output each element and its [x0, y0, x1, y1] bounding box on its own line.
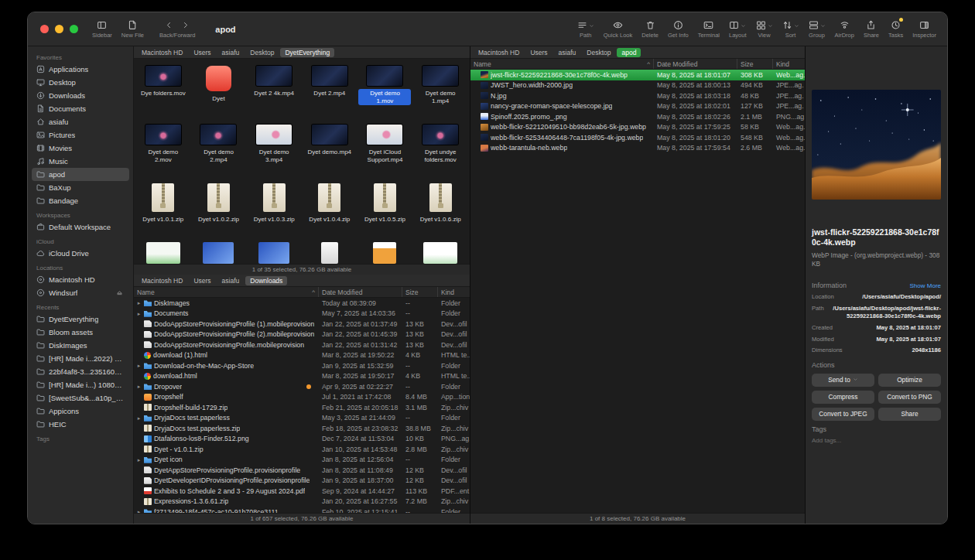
sidebar-item-appicons[interactable]: Appicons — [32, 405, 129, 418]
sidebar-item-bandage[interactable]: Bandage — [32, 194, 129, 207]
grid-item-dyet-2-4k-mp4[interactable]: Dyet 2 4k.mp4 — [246, 63, 302, 122]
sidebar-item-macintosh-hd[interactable]: Macintosh HD — [32, 273, 129, 286]
grid-item-item[interactable] — [302, 240, 358, 264]
grid-item-dyet-demo-1-mov[interactable]: Dyet demo 1.mov — [358, 63, 413, 122]
disclosure-triangle-icon[interactable]: ▸ — [136, 363, 142, 368]
group-button[interactable]: Group — [804, 18, 830, 40]
zoom-button[interactable] — [70, 25, 78, 33]
breadcrumb-downloads[interactable]: Downloads — [245, 276, 287, 285]
quick-look-button[interactable]: Quick Look — [599, 18, 638, 40]
grid-item-dyet-undye-folders-mov[interactable]: Dyet undye folders.mov — [412, 122, 468, 181]
grid-item-item[interactable] — [191, 240, 247, 264]
file-row-diskimages[interactable]: ▸DiskImagesToday at 08:39:09--Folder — [134, 298, 470, 309]
sidebar-item-sweetsub-a10p-1080p[interactable]: [SweetSub&...a10p_1080p] — [32, 391, 129, 405]
file-row-jwst-flickr-52259221868-30e1c78f0c-4k-webp[interactable]: jwst-flickr-52259221868-30e1c78f0c-4k.we… — [470, 70, 805, 80]
new-file-button[interactable]: New File — [117, 18, 149, 40]
breadcrumb-users[interactable]: Users — [525, 48, 552, 57]
file-row-download-1-html[interactable]: download (1).htmlMar 8, 2025 at 19:50:22… — [134, 350, 470, 361]
breadcrumb-desktop[interactable]: Desktop — [582, 48, 615, 57]
file-row-dyetappstoreprovisioningprofile-provisionprofile[interactable]: DyetAppStoreProvisioningProfile.provisio… — [134, 465, 470, 476]
breadcrumb-apod[interactable]: apod — [617, 48, 641, 57]
action-button-optimize[interactable]: Optimize — [878, 374, 941, 387]
file-row-exhibits-to-schedule-2-and-3-29-august-2024-pdf[interactable]: Exhibits to Schedule 2 and 3 - 29 August… — [134, 486, 470, 497]
breadcrumb-macintosh-hd[interactable]: Macintosh HD — [137, 276, 187, 285]
layout-button[interactable]: Layout — [724, 18, 751, 40]
column-header-kind[interactable]: Kind — [438, 287, 470, 297]
sidebar-item-default-workspace[interactable]: Default Workspace — [32, 220, 129, 234]
sidebar-item-asiafu[interactable]: asiafu — [32, 115, 129, 128]
column-header-name[interactable]: Name^ — [470, 59, 654, 69]
grid-item-dyet-v1-0-5-zip[interactable]: Dyet v1.0.5.zip — [358, 181, 413, 240]
grid-item-dyet[interactable]: Dyet — [191, 63, 247, 122]
sidebar-item-icloud-drive[interactable]: iCloud Drive — [32, 247, 129, 260]
sidebar-item-downloads[interactable]: Downloads — [32, 89, 129, 102]
file-row-dryjadocs-test-paperless-zip[interactable]: DryjaDocs test.paperless.zipFeb 18, 2025… — [134, 423, 470, 434]
sidebar-button[interactable]: Sidebar — [87, 18, 117, 40]
grid-item-dyet-demo-2-mp4[interactable]: Dyet demo 2.mp4 — [191, 122, 247, 181]
sidebar-item-movies[interactable]: Movies — [32, 142, 129, 155]
terminal-button[interactable]: Terminal — [693, 18, 724, 40]
file-row-dyetdeveloperidprovisioningprofile-provisionprofile[interactable]: DyetDeveloperIDProvisioningProfile.provi… — [134, 476, 470, 487]
column-header-name[interactable]: Name^ — [134, 287, 319, 297]
delete-button[interactable]: Delete — [637, 18, 663, 40]
grid-item-dyet-v1-0-3-zip[interactable]: Dyet v1.0.3.zip — [246, 181, 302, 240]
action-button-compress[interactable]: Compress — [812, 391, 874, 404]
disclosure-triangle-icon[interactable]: ▸ — [136, 457, 142, 463]
sidebar-item-apod[interactable]: apod — [32, 168, 129, 181]
file-row-dtafalonso-los8-finder-512-png[interactable]: Dtafalonso-los8-Finder.512.pngDec 7, 202… — [134, 434, 470, 445]
sidebar-item-22bf4af8-3-235160b233[interactable]: 22bf4af8-3...235160b233 — [32, 365, 129, 378]
file-row-dryjadocs-test-paperless[interactable]: ▸DryjaDocs test.paperlessMay 3, 2025 at … — [134, 413, 470, 424]
action-button-convert-to-png[interactable]: Convert to PNG — [878, 391, 941, 404]
action-button-convert-to-jpeg[interactable]: Convert to JPEG — [812, 408, 874, 421]
get-info-button[interactable]: Get Info — [663, 18, 693, 40]
file-row-dropover[interactable]: ▸DropoverApr 9, 2025 at 02:22:27--Folder — [134, 381, 470, 392]
column-header-size[interactable]: Size — [402, 287, 438, 297]
airdrop-button[interactable]: AirDrop — [830, 18, 859, 40]
sort-button[interactable]: Sort — [778, 18, 804, 40]
grid-item-dye-folders-mov[interactable]: Dye folders.mov — [135, 63, 191, 122]
forward-icon[interactable] — [181, 21, 190, 29]
tasks-button[interactable]: Tasks — [884, 18, 908, 40]
breadcrumb-users[interactable]: Users — [189, 276, 215, 285]
file-row-n-jpg[interactable]: N.jpgMay 8, 2025 at 18:03:1848 KBJPE...a… — [470, 90, 805, 101]
sidebar-item-music[interactable]: Music — [32, 155, 129, 168]
grid-item-dyet-icloud-support-mp4[interactable]: Dyet iCloud Support.mp4 — [358, 122, 413, 181]
sidebar-item-pictures[interactable]: Pictures — [32, 128, 129, 142]
file-row-jwst-hero-width-2000-jpg[interactable]: JWST_hero.width-2000.jpgMay 8, 2025 at 1… — [470, 80, 805, 91]
grid-item-item[interactable] — [358, 240, 413, 264]
grid-item-dyet-v1-0-2-zip[interactable]: Dyet v1.0.2.zip — [191, 181, 247, 240]
sidebar-item-bloom-assets[interactable]: Bloom assets — [32, 326, 129, 339]
grid-item-dyet-v1-0-6-zip[interactable]: Dyet v1.0.6.zip — [412, 181, 468, 240]
sidebar-item-applications[interactable]: Applications — [32, 63, 129, 76]
file-row-webb-tarantula-neb-webp[interactable]: webb-tarantula-neb.webpMay 8, 2025 at 17… — [470, 143, 805, 154]
column-header-kind[interactable]: Kind — [773, 59, 805, 69]
sidebar-item-heic[interactable]: HEIC — [32, 418, 129, 431]
breadcrumb-users[interactable]: Users — [189, 48, 215, 57]
file-row-dropshelf-build-1729-zip[interactable]: Dropshelf-build-1729.zipFeb 21, 2025 at … — [134, 402, 470, 413]
file-row-webb-flickr-52534406448-7ca1198f05-4k-jpg-webp[interactable]: webb-flickr-52534406448-7ca1198f05-4k-jp… — [470, 132, 805, 143]
file-row-expressions-1-3-6-61-zip[interactable]: Expressions-1.3.6.61.zipJan 20, 2025 at … — [134, 497, 470, 507]
breadcrumb-asiafu[interactable]: asiafu — [217, 276, 245, 285]
sidebar-item-hr-made-i-2022-1080p[interactable]: [HR] Made i...2022) 1080p — [32, 352, 129, 365]
grid-item-dyet-demo-1-mp4[interactable]: Dyet demo 1.mp4 — [412, 63, 468, 122]
eject-icon[interactable] — [116, 289, 125, 296]
sidebar-item-baxup[interactable]: BaXup — [32, 181, 129, 194]
inspector-button[interactable]: Inspector — [908, 18, 941, 40]
sidebar-item-dyeteverything[interactable]: DyetEverything — [32, 312, 129, 326]
show-more-link[interactable]: Show More — [910, 282, 941, 289]
minimize-button[interactable] — [55, 25, 63, 33]
column-header-size[interactable]: Size — [737, 59, 773, 69]
file-row-spinoff-2025-promo-png[interactable]: Spinoff.2025.promo_.pngMay 8, 2025 at 18… — [470, 111, 805, 122]
grid-item-dyet-demo-2-mov[interactable]: Dyet demo 2.mov — [135, 122, 191, 181]
grid-item-item[interactable] — [246, 240, 302, 264]
grid-item-dyet-demo-mp4[interactable]: Dyet demo.mp4 — [302, 122, 358, 181]
breadcrumb-asiafu[interactable]: asiafu — [217, 48, 245, 57]
breadcrumb-dyeteverything[interactable]: DyetEverything — [280, 48, 334, 57]
view-button[interactable]: View — [751, 18, 778, 40]
sidebar-item-desktop[interactable]: Desktop — [32, 76, 129, 89]
breadcrumb-macintosh-hd[interactable]: Macintosh HD — [474, 48, 524, 57]
file-row-dodoappstoreprovisioningprofile-mobileprovision[interactable]: DodoAppStoreProvisioningProfile.mobilepr… — [134, 340, 470, 350]
file-row-dyet-icon[interactable]: ▸Dyet iconJan 8, 2025 at 12:56:04--Folde… — [134, 455, 470, 466]
action-button-send-to[interactable]: Send to — [812, 374, 874, 387]
column-header-date-modified[interactable]: Date Modified — [319, 287, 402, 297]
